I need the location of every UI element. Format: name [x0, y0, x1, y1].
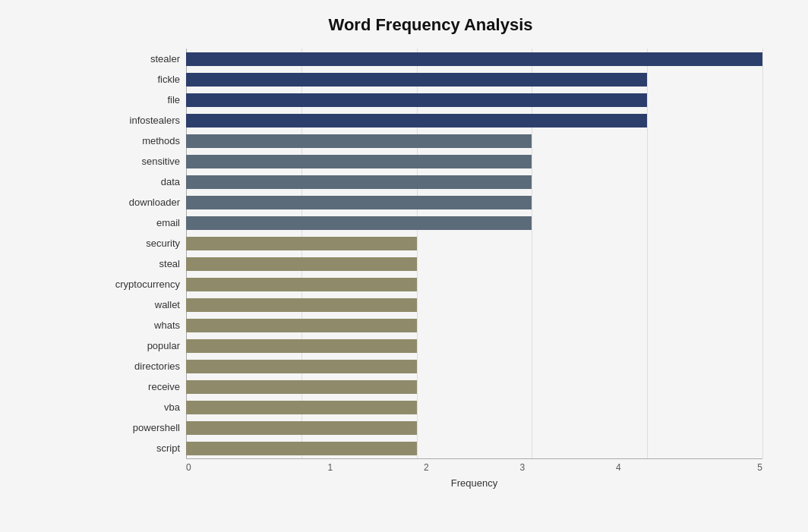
bar-fill — [186, 216, 532, 230]
bar-outer — [186, 339, 762, 353]
bar-row: methods — [99, 133, 762, 150]
bar-label: cryptocurrency — [99, 279, 186, 290]
bar-outer — [186, 216, 762, 230]
bar-outer — [186, 257, 762, 271]
bar-fill — [186, 421, 417, 435]
bar-fill — [186, 237, 417, 250]
bar-label: script — [99, 442, 186, 454]
bar-row: powershell — [99, 420, 762, 436]
bars-section: stealerficklefileinfostealersmethodssens… — [99, 49, 762, 458]
bar-label: methods — [99, 135, 186, 146]
bar-fill — [186, 155, 532, 168]
bar-outer — [186, 278, 762, 291]
x-tick: 2 — [378, 462, 475, 473]
grid-line — [762, 49, 763, 458]
bar-label: directories — [99, 360, 186, 372]
bar-label: stealer — [99, 53, 186, 65]
bar-outer — [186, 237, 762, 250]
bar-row: sensitive — [99, 153, 762, 170]
bar-label: email — [99, 217, 186, 228]
bar-label: powershell — [99, 422, 186, 433]
x-ticks-container: 012345 — [186, 462, 762, 473]
bar-row: cryptocurrency — [99, 276, 762, 293]
bar-row: script — [99, 440, 762, 457]
bar-label: whats — [99, 320, 186, 331]
bar-fill — [186, 401, 417, 414]
chart-container: Word Frequency Analysis stealerficklefil… — [0, 0, 808, 532]
bar-row: directories — [99, 358, 762, 375]
bar-label: sensitive — [99, 156, 186, 167]
bar-outer — [186, 175, 762, 189]
bar-outer — [186, 298, 762, 312]
bar-label: downloader — [99, 197, 186, 208]
bar-label: vba — [99, 401, 186, 413]
bar-label: file — [99, 94, 186, 105]
bar-outer — [186, 360, 762, 373]
bar-outer — [186, 134, 762, 148]
x-tick: 0 — [186, 462, 282, 473]
bar-row: file — [99, 92, 762, 109]
grid-line — [532, 49, 532, 458]
bar-row: email — [99, 215, 762, 231]
x-tick: 4 — [570, 462, 667, 473]
bar-outer — [186, 421, 762, 435]
grid-line — [186, 49, 187, 458]
bar-label: security — [99, 238, 186, 249]
x-tick: 5 — [667, 462, 763, 473]
bar-row: receive — [99, 379, 762, 395]
bar-outer — [186, 380, 762, 394]
bar-fill — [186, 319, 417, 332]
bar-outer — [186, 114, 762, 127]
bar-row: stealer — [99, 51, 762, 68]
bar-outer — [186, 93, 762, 107]
bar-outer — [186, 401, 762, 414]
bar-outer — [186, 196, 762, 209]
bar-row: vba — [99, 399, 762, 416]
bar-fill — [186, 114, 647, 127]
bar-row: downloader — [99, 194, 762, 211]
bar-fill — [186, 380, 417, 394]
bar-fill — [186, 298, 417, 312]
bar-fill — [186, 339, 417, 353]
bar-row: wallet — [99, 297, 762, 313]
bar-outer — [186, 73, 762, 87]
bar-fill — [186, 278, 417, 291]
bar-fill — [186, 360, 417, 373]
chart-inner: stealerficklefileinfostealersmethodssens… — [99, 49, 762, 489]
bar-label: fickle — [99, 74, 186, 85]
bar-fill — [186, 73, 647, 87]
bar-fill — [186, 175, 532, 189]
bar-label: popular — [99, 340, 186, 351]
bar-row: steal — [99, 256, 762, 272]
x-tick: 3 — [475, 462, 571, 473]
bar-row: popular — [99, 338, 762, 354]
bar-outer — [186, 155, 762, 168]
grid-line — [417, 49, 418, 458]
bar-row: fickle — [99, 71, 762, 88]
grid-line — [301, 49, 302, 458]
bar-label: wallet — [99, 299, 186, 310]
bar-fill — [186, 93, 647, 107]
bar-outer — [186, 52, 762, 66]
grid-line — [647, 49, 648, 458]
bar-row: infostealers — [99, 112, 762, 129]
bar-row: data — [99, 174, 762, 190]
x-tick: 1 — [282, 462, 379, 473]
bar-outer — [186, 442, 762, 455]
bar-label: infostealers — [99, 115, 186, 126]
bar-label: steal — [99, 258, 186, 269]
bar-fill — [186, 257, 417, 271]
x-axis-label: Frequency — [186, 477, 762, 489]
bar-row: security — [99, 235, 762, 252]
bar-outer — [186, 319, 762, 332]
bar-fill — [186, 442, 417, 455]
bar-fill — [186, 52, 762, 66]
bar-label: receive — [99, 381, 186, 392]
bar-fill — [186, 196, 532, 209]
chart-title: Word Frequency Analysis — [99, 15, 762, 35]
bar-row: whats — [99, 317, 762, 334]
bar-fill — [186, 134, 532, 148]
grid-lines — [186, 49, 762, 458]
bar-label: data — [99, 176, 186, 187]
